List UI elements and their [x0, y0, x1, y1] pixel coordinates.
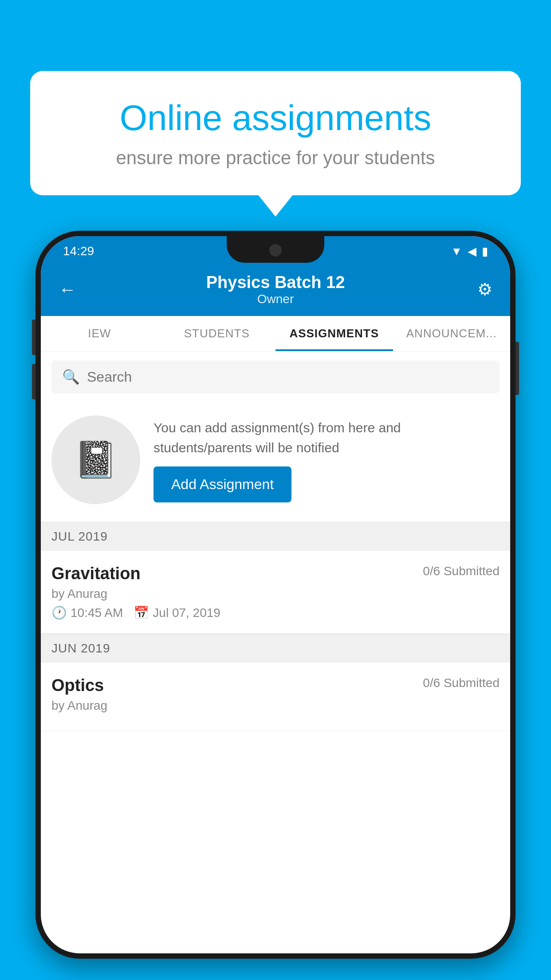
assignment-name-gravitation: Gravitation — [51, 564, 141, 583]
notebook-icon: 📓 — [74, 439, 118, 481]
add-assignment-button[interactable]: Add Assignment — [153, 466, 291, 502]
search-container: 🔍 — [41, 352, 510, 402]
phone-screen: 14:29 ▼ ◀ ▮ ← Physics Batch 12 Owner ⚙ — [41, 236, 510, 953]
wifi-icon: ▼ — [451, 245, 462, 258]
battery-icon: ▮ — [482, 245, 488, 258]
speech-bubble-subtitle: ensure more practice for your students — [66, 147, 485, 169]
empty-state-content: You can add assignment(s) from here and … — [153, 418, 500, 502]
assignment-row1-optics: Optics 0/6 Submitted — [51, 676, 500, 695]
phone-side-button-right — [516, 342, 519, 395]
tab-assignments[interactable]: ASSIGNMENTS — [276, 316, 393, 351]
app-header: ← Physics Batch 12 Owner ⚙ — [41, 263, 510, 316]
assignment-meta-gravitation: 🕐 10:45 AM 📅 Jul 07, 2019 — [51, 605, 500, 620]
assignment-time-gravitation: 🕐 10:45 AM — [51, 605, 123, 620]
tab-students[interactable]: STUDENTS — [158, 316, 276, 351]
assignment-date-gravitation: 📅 Jul 07, 2019 — [134, 605, 220, 620]
assignment-item-gravitation[interactable]: Gravitation 0/6 Submitted by Anurag 🕐 10… — [41, 551, 510, 634]
section-header-jul: JUL 2019 — [41, 522, 510, 551]
speech-bubble-container: Online assignments ensure more practice … — [30, 71, 521, 195]
search-icon: 🔍 — [62, 368, 80, 385]
empty-state-text: You can add assignment(s) from here and … — [153, 418, 500, 458]
empty-state: 📓 You can add assignment(s) from here an… — [41, 402, 510, 522]
assignment-submitted-optics: 0/6 Submitted — [423, 676, 500, 690]
settings-button[interactable]: ⚙ — [466, 280, 492, 299]
speech-bubble: Online assignments ensure more practice … — [30, 71, 521, 195]
back-button[interactable]: ← — [59, 280, 85, 300]
speech-bubble-title: Online assignments — [66, 98, 485, 138]
phone-notch — [227, 236, 324, 263]
tab-announcements[interactable]: ANNOUNCEM... — [393, 316, 511, 351]
assignment-row1: Gravitation 0/6 Submitted — [51, 564, 500, 583]
search-input-wrapper[interactable]: 🔍 — [51, 360, 500, 393]
assignment-author-gravitation: by Anurag — [51, 587, 500, 601]
phone-frame: 14:29 ▼ ◀ ▮ ← Physics Batch 12 Owner ⚙ — [35, 231, 516, 959]
assignment-author-optics: by Anurag — [51, 699, 500, 713]
tab-iew[interactable]: IEW — [41, 316, 158, 351]
status-icons: ▼ ◀ ▮ — [451, 245, 488, 258]
header-title-container: Physics Batch 12 Owner — [85, 273, 466, 306]
search-input[interactable] — [87, 369, 489, 385]
assignment-item-optics[interactable]: Optics 0/6 Submitted by Anurag — [41, 663, 510, 731]
signal-icon: ◀ — [468, 245, 476, 258]
phone-container: 14:29 ▼ ◀ ▮ ← Physics Batch 12 Owner ⚙ — [35, 231, 516, 959]
section-header-jun: JUN 2019 — [41, 634, 510, 663]
assignment-name-optics: Optics — [51, 676, 104, 695]
header-title: Physics Batch 12 — [85, 273, 466, 292]
calendar-icon: 📅 — [134, 605, 149, 620]
status-time: 14:29 — [63, 244, 94, 258]
header-subtitle: Owner — [85, 292, 466, 306]
phone-camera — [269, 244, 282, 257]
clock-icon: 🕐 — [51, 605, 67, 620]
tabs-container: IEW STUDENTS ASSIGNMENTS ANNOUNCEM... — [41, 316, 510, 352]
phone-side-button-left — [32, 320, 35, 355]
notebook-icon-container: 📓 — [51, 415, 140, 504]
phone-side-button-left2 — [32, 364, 35, 399]
assignment-submitted-gravitation: 0/6 Submitted — [423, 564, 500, 578]
